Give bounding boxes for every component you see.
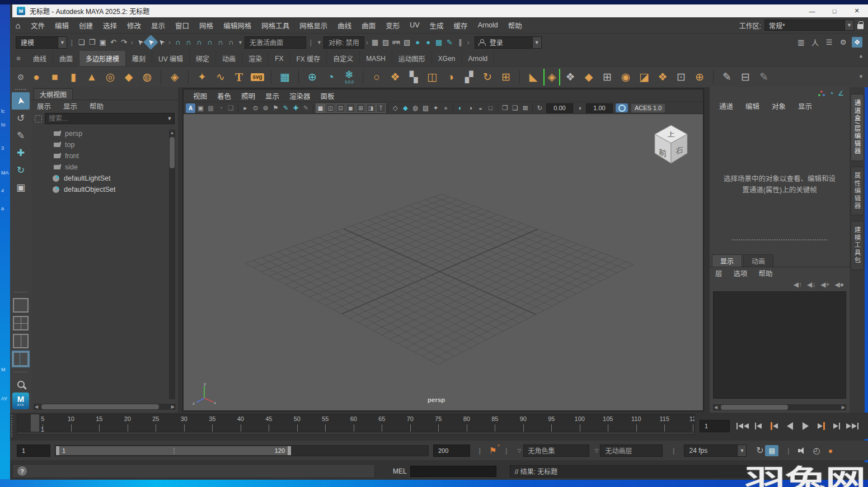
- menu-item[interactable]: Arnold: [473, 21, 503, 29]
- poly-plane-icon[interactable]: ◆: [120, 69, 137, 86]
- snap-view-plane-icon[interactable]: ∩: [215, 37, 226, 48]
- channel-box-icon[interactable]: ❖: [852, 37, 862, 48]
- outliner-menu-item[interactable]: 显示: [58, 101, 83, 111]
- chevron-down-icon[interactable]: ▽: [595, 448, 599, 453]
- outliner-item[interactable]: top: [31, 139, 178, 150]
- view-transform-label[interactable]: ACES 1.0: [631, 103, 665, 113]
- isolate-select-icon[interactable]: □: [486, 103, 495, 113]
- menu-item[interactable]: 编辑: [50, 20, 74, 31]
- graph-icon[interactable]: ∠: [838, 89, 844, 97]
- exposure-field[interactable]: 0.00: [546, 103, 573, 113]
- snap-projected-center-icon[interactable]: ∩: [204, 37, 215, 48]
- multi-cut-grid-icon[interactable]: ⊞: [498, 69, 514, 86]
- select-component-icon[interactable]: ➤: [154, 35, 169, 50]
- layer-menu-item[interactable]: 选项: [728, 268, 753, 278]
- outliner-item[interactable]: defaultLightSet: [31, 173, 178, 184]
- tool-settings-icon[interactable]: ⚙: [838, 37, 848, 48]
- layer-menu-item[interactable]: 层: [710, 268, 728, 278]
- pause-icon[interactable]: ∥: [455, 37, 466, 48]
- channel-box-menu-item[interactable]: 编辑: [739, 101, 766, 111]
- menu-set-dropdown[interactable]: 建模 ▼: [16, 36, 67, 49]
- grease-pencil-icon[interactable]: ▣: [196, 103, 205, 113]
- nurbs-circle-icon[interactable]: ○: [368, 69, 385, 86]
- chevron-down-icon[interactable]: ▼: [737, 445, 746, 456]
- layer-stack-icon[interactable]: ❏: [226, 103, 236, 113]
- layer-editor-tab[interactable]: 动画: [743, 254, 773, 267]
- xray-joints-icon[interactable]: ◒: [476, 103, 485, 113]
- viewport-menu-item[interactable]: 照明: [236, 91, 260, 101]
- snap-point-icon[interactable]: ∩: [194, 37, 204, 48]
- multi-component-icon[interactable]: ▦: [276, 69, 293, 86]
- go-to-start-button[interactable]: [735, 420, 750, 432]
- menu-item[interactable]: 创建: [74, 20, 98, 31]
- sculpt-reference-icon[interactable]: ◑: [442, 69, 459, 86]
- edit-curve-icon[interactable]: ⊟: [737, 69, 754, 86]
- help-icon[interactable]: ?: [17, 466, 27, 476]
- animation-layer-dropdown[interactable]: 无动画层: [600, 445, 663, 457]
- bevel-icon[interactable]: ◈: [543, 69, 560, 86]
- play-backwards-button[interactable]: [782, 420, 797, 432]
- move-layer-up-icon[interactable]: ◀↑: [794, 281, 802, 289]
- shadows-icon[interactable]: ●: [441, 103, 451, 113]
- lock-icon[interactable]: [857, 24, 864, 29]
- shaded-mode-icon[interactable]: ◆: [401, 103, 410, 113]
- group-separator[interactable]: ❘: [504, 447, 509, 455]
- outliner-search[interactable]: ▼: [45, 113, 175, 124]
- cancel-render-icon[interactable]: ●: [423, 37, 434, 48]
- shelf-icon[interactable]: [271, 70, 271, 84]
- menu-item[interactable]: 生成: [425, 20, 449, 31]
- character-set-dropdown[interactable]: 无角色集: [523, 445, 589, 457]
- menu-item[interactable]: 曲线: [332, 20, 356, 31]
- menu-item[interactable]: 网格工具: [256, 20, 294, 31]
- menu-item[interactable]: 选择: [98, 20, 122, 31]
- shelf-scroll-up-icon[interactable]: ▲: [858, 54, 864, 59]
- paint-select-tool[interactable]: ✎: [12, 127, 30, 144]
- symmetrize-icon[interactable]: ❖: [654, 69, 671, 86]
- open-scene-icon[interactable]: ❐: [87, 37, 97, 48]
- use-lights-icon[interactable]: ✦: [431, 103, 440, 113]
- shelf-tab[interactable]: 自定义: [327, 51, 360, 66]
- shelf-icon[interactable]: [363, 70, 363, 84]
- snap-grid-icon[interactable]: ∩: [172, 37, 183, 48]
- display-mode-icon[interactable]: [818, 91, 825, 96]
- textured-mode-icon[interactable]: ◍: [411, 103, 420, 113]
- color-management-toggle[interactable]: [616, 103, 628, 112]
- wedge-icon[interactable]: ↻: [479, 69, 496, 86]
- outliner-tab[interactable]: 大纲视图: [34, 88, 73, 100]
- lattice-icon[interactable]: ⊡: [673, 69, 689, 86]
- single-pane-layout-button[interactable]: [13, 298, 29, 313]
- shelf-icon[interactable]: [713, 70, 714, 84]
- animation-preferences-button[interactable]: ▤: [765, 445, 778, 456]
- snap-curve-icon[interactable]: ∩: [183, 37, 194, 48]
- speaker-icon[interactable]: [798, 447, 806, 454]
- title-safe-icon[interactable]: T: [376, 103, 386, 113]
- viewport-icon[interactable]: [238, 103, 238, 112]
- viewport-icon[interactable]: [498, 103, 498, 112]
- camera-gate-icon[interactable]: ⊚: [261, 103, 270, 113]
- chevron-down-icon[interactable]: ▼: [165, 114, 174, 124]
- step-forward-frame-button[interactable]: [829, 420, 844, 432]
- redo-icon[interactable]: ↷: [119, 37, 129, 48]
- circularize-icon[interactable]: ◉: [617, 69, 634, 86]
- shelf-icon[interactable]: [188, 70, 189, 84]
- camera-icon[interactable]: ▸: [241, 103, 250, 113]
- checker-icon[interactable]: ▨: [421, 103, 430, 113]
- step-back-key-button[interactable]: [767, 420, 781, 432]
- duplicate-icon[interactable]: ▚: [405, 69, 422, 86]
- poly-torus-icon[interactable]: ◎: [102, 69, 119, 86]
- outliner-item[interactable]: front: [31, 150, 178, 162]
- speed-state-icon[interactable]: ◔: [829, 89, 833, 97]
- range-drag-handle[interactable]: [173, 448, 175, 453]
- shelf-tab[interactable]: MASH: [360, 51, 392, 66]
- shelf-icon[interactable]: [298, 70, 299, 84]
- layer-horizontal-scrollbar[interactable]: ◀ ▶: [713, 404, 846, 410]
- scroll-right-icon[interactable]: ▶: [171, 404, 175, 409]
- range-end-handle[interactable]: [288, 446, 291, 455]
- outliner-item[interactable]: persp: [31, 128, 178, 139]
- poly-cube-icon[interactable]: ■: [46, 69, 63, 86]
- viewport-menu-item[interactable]: 视图: [188, 91, 212, 101]
- create-curve-icon[interactable]: ✎: [719, 69, 735, 86]
- shelf-tab[interactable]: 曲线: [27, 51, 53, 66]
- poly-cone-icon[interactable]: ▲: [83, 69, 100, 86]
- viewport-menu-item[interactable]: 着色: [212, 91, 236, 101]
